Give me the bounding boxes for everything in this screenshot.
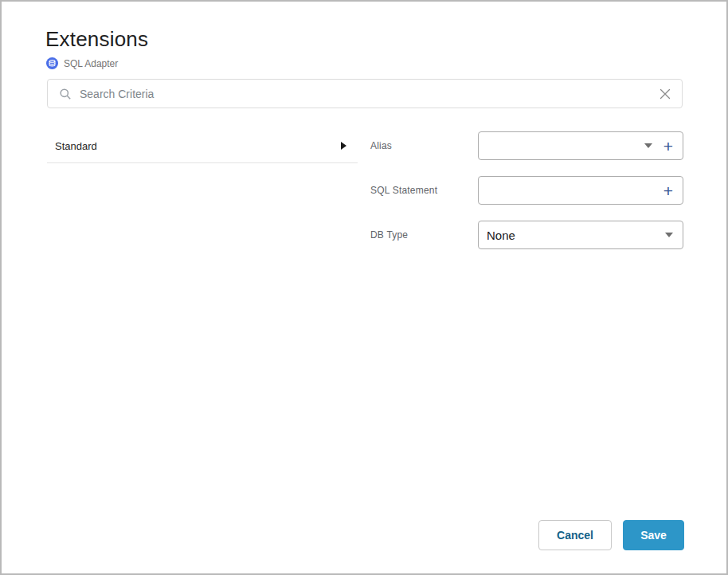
db-type-value: None [487,229,657,242]
extension-list: Standard [47,129,358,163]
sql-statement-label: SQL Statement [370,185,437,196]
list-item-standard[interactable]: Standard [47,129,358,163]
adapter-label: SQL Adapter [64,58,118,69]
sql-database-icon [46,57,58,69]
search-bar [47,79,683,108]
save-button[interactable]: Save [623,520,684,550]
sql-statement-input[interactable] [487,184,652,197]
adapter-badge: SQL Adapter [46,57,118,69]
clear-icon[interactable] [660,88,671,100]
sql-statement-add-icon[interactable]: + [663,182,673,199]
alias-input[interactable] [487,139,636,152]
sql-statement-field: + [478,176,683,205]
alias-label: Alias [370,140,392,151]
alias-combo: + [478,131,683,160]
alias-add-icon[interactable]: + [663,138,673,155]
alias-dropdown-icon[interactable] [644,143,652,148]
extensions-dialog: Extensions SQL Adapter Standard [0,0,728,575]
chevron-right-icon [341,142,346,150]
list-item-label: Standard [55,140,97,152]
search-input[interactable] [80,88,652,100]
db-type-select[interactable]: None [478,221,683,249]
page-title: Extensions [45,27,148,52]
cancel-button[interactable]: Cancel [538,520,612,550]
db-type-dropdown-icon [665,233,673,237]
db-type-label: DB Type [370,229,408,241]
search-icon [59,88,72,100]
